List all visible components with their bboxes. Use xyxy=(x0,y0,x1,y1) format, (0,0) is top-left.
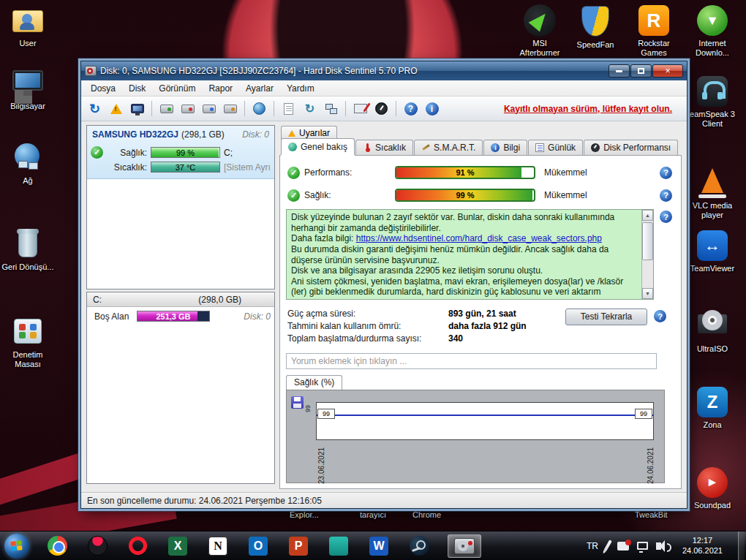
taskbar-clock[interactable]: 12:17 24.06.2021 xyxy=(682,536,723,556)
desktop-icon-label[interactable]: Explor... xyxy=(290,510,319,519)
tab-genel-bakis[interactable]: Genel bakış xyxy=(281,138,355,155)
window-title: Disk: 0, SAMSUNG HD322GJ [S2BJJ90ZC23764… xyxy=(100,66,418,76)
monitor-button[interactable] xyxy=(128,99,146,118)
taskbar-icon-notion[interactable]: N xyxy=(206,534,230,558)
taskbar-icon-powerpoint[interactable]: P xyxy=(287,534,310,558)
desktop-icon-recycle-bin[interactable]: Geri Dönüşü... xyxy=(1,228,54,272)
desktop-icon-vlc[interactable]: VLC media player xyxy=(686,167,739,220)
menu-ayarlar[interactable]: Ayarlar xyxy=(239,81,280,96)
close-button[interactable]: × xyxy=(652,64,683,77)
desktop-icon-label[interactable]: tarayıcı xyxy=(360,510,386,519)
desktop-icon-teamviewer[interactable]: ↔ TeamViewer xyxy=(686,230,739,273)
maximize-button[interactable] xyxy=(630,64,652,77)
tray-volume-icon[interactable] xyxy=(656,542,661,550)
desktop-icon-rockstar[interactable]: R Rockstar Games xyxy=(628,4,680,58)
taskbar-icon-teal-app[interactable] xyxy=(327,534,350,558)
comment-input[interactable] xyxy=(286,353,657,369)
partition-header[interactable]: C: (298,0 GB) xyxy=(87,292,274,307)
opera-gx-icon xyxy=(88,536,108,556)
taskbar-icon-steam[interactable] xyxy=(407,534,431,558)
network-button[interactable] xyxy=(322,99,340,118)
desktop-icon-ag[interactable]: Ağ xyxy=(1,142,54,186)
weak-sectors-link[interactable]: https://www.hdsentinel.com/hard_disk_cas… xyxy=(356,233,602,243)
menu-gorunum[interactable]: Görünüm xyxy=(152,81,202,96)
desktop-icon-speedfan[interactable]: SpeedFan xyxy=(569,6,622,50)
online-button[interactable] xyxy=(250,99,268,118)
tab-gunluk[interactable]: Günlük xyxy=(528,140,583,155)
desktop-icon-bilgisayar[interactable]: Bilgisayar xyxy=(1,67,54,111)
help-button[interactable]: ? xyxy=(402,99,420,118)
retest-button[interactable]: Testi Tekrarla xyxy=(565,309,647,325)
scrollbar-thumb[interactable] xyxy=(642,222,653,260)
refresh-button[interactable]: ↻ xyxy=(86,99,104,118)
speedfan-icon xyxy=(579,6,612,38)
scrollbar-track[interactable] xyxy=(642,221,653,288)
tab-label: Bilgi xyxy=(503,143,520,153)
chart-tab-saglik[interactable]: Sağlık (%) xyxy=(286,375,342,390)
scroll-up-arrow[interactable]: ▲ xyxy=(642,210,653,221)
warning-icon xyxy=(288,130,295,137)
report-button[interactable] xyxy=(279,99,298,118)
desktop-icon-idm[interactable]: ▼ Internet Downlo... xyxy=(686,4,739,58)
disk-test-button[interactable] xyxy=(157,99,176,118)
taskbar-icon-opera[interactable] xyxy=(126,534,149,558)
taskbar-icon-excel[interactable]: X xyxy=(166,534,189,558)
tray-device-icon[interactable] xyxy=(617,542,629,550)
disk-health-button[interactable] xyxy=(200,99,218,118)
desktop-icon-label[interactable]: Chrome xyxy=(412,510,441,519)
disk-search-button[interactable] xyxy=(221,99,239,118)
taskbar-icon-chrome[interactable] xyxy=(45,534,69,558)
alerts-button[interactable] xyxy=(107,99,125,118)
menu-dosya[interactable]: Dosya xyxy=(84,81,122,96)
network-globe-icon xyxy=(11,142,45,174)
language-indicator[interactable]: TR xyxy=(587,541,598,551)
statistics: Güç açma süresi: 893 gün, 21 saat Tahmin… xyxy=(286,309,675,344)
window-titlebar[interactable]: Disk: 0, SAMSUNG HD322GJ [S2BJJ90ZC23764… xyxy=(81,61,687,80)
save-chart-icon[interactable] xyxy=(291,396,304,409)
desktop-icon-control-panel[interactable]: Denetim Masası xyxy=(1,316,54,369)
menu-rapor[interactable]: Rapor xyxy=(202,81,239,96)
disk-list-entry[interactable]: SAMSUNG HD322GJ (298,1 GB) Disk: 0 ✓ Sağ… xyxy=(87,126,274,179)
desktop-icon-zona[interactable]: Z Zona xyxy=(686,386,739,430)
tab-smart[interactable]: S.M.A.R.T. xyxy=(414,140,483,155)
sync-button[interactable]: ↻ xyxy=(301,99,319,118)
taskbar-icon-hdsentinel-active[interactable] xyxy=(448,534,481,558)
help-icon[interactable]: ? xyxy=(654,310,666,322)
scroll-down-arrow[interactable]: ▼ xyxy=(642,288,653,299)
menu-yardim[interactable]: Yardım xyxy=(280,81,321,96)
taskbar-icon-opera-gx[interactable] xyxy=(86,534,109,558)
desktop-icon-soundpad[interactable]: ► Soundpad xyxy=(686,466,739,510)
refresh-icon: ↻ xyxy=(89,102,100,116)
help-icon[interactable]: ? xyxy=(660,167,672,179)
minimize-button[interactable] xyxy=(609,64,630,77)
ultraiso-icon xyxy=(696,310,729,342)
desktop-icon-msi-afterburner[interactable]: MSI Afterburner xyxy=(513,4,566,58)
partition-size: (298,0 GB) xyxy=(198,295,241,305)
clock-time: 12:17 xyxy=(682,536,723,546)
register-link[interactable]: Kayıtlı olmayan sürüm, lütfen kayıt olun… xyxy=(504,104,672,114)
tab-label: S.M.A.R.T. xyxy=(434,143,475,153)
start-button[interactable] xyxy=(4,534,29,559)
desktop-icon-ultraiso[interactable]: UltraISO xyxy=(686,310,739,354)
show-desktop-button[interactable] xyxy=(738,531,745,560)
help-icon[interactable]: ? xyxy=(660,189,672,202)
clock-date: 24.06.2021 xyxy=(682,546,723,556)
tray-network-icon[interactable] xyxy=(637,542,648,550)
desktop-icon-teamspeak[interactable]: eamSpeak 3 Client xyxy=(686,75,739,129)
info-button[interactable]: i xyxy=(423,99,441,118)
tab-sicaklik[interactable]: Sıcaklık xyxy=(355,140,413,155)
desktop-icon-label[interactable]: TweakBit xyxy=(635,510,668,519)
menu-disk[interactable]: Disk xyxy=(122,81,152,96)
taskbar-icon-word[interactable]: W xyxy=(367,534,391,558)
monitor-icon xyxy=(131,104,144,113)
taskbar-icon-outlook[interactable]: O xyxy=(246,534,270,558)
desktop-icon-user[interactable]: User xyxy=(1,4,54,48)
pen-input-icon[interactable] xyxy=(603,540,612,552)
report-monitor-button[interactable] xyxy=(351,99,369,118)
help-icon[interactable]: ? xyxy=(660,211,672,223)
tab-bilgi[interactable]: i Bilgi xyxy=(483,140,527,155)
zona-icon: Z xyxy=(696,386,729,418)
tab-disk-performansi[interactable]: Disk Performansı xyxy=(584,140,678,155)
disk-surface-button[interactable] xyxy=(178,99,197,118)
performance-button[interactable] xyxy=(372,99,391,118)
